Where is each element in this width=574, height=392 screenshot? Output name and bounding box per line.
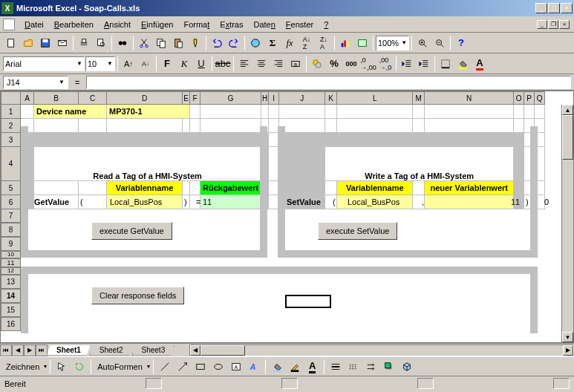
cell-e6[interactable]	[183, 195, 190, 209]
cell-i3[interactable]	[269, 133, 279, 147]
col-header-p[interactable]: P	[524, 92, 535, 105]
cell-a5[interactable]	[21, 181, 34, 195]
col-header-c[interactable]: C	[79, 92, 107, 105]
cell-j2[interactable]	[279, 119, 325, 133]
menu-help[interactable]: ?	[319, 19, 333, 30]
cell-return-hdr[interactable]: Rückgabewert	[200, 181, 261, 195]
cell-varname-hdr-write[interactable]: Variablenname	[337, 181, 413, 195]
cell-write-title[interactable]: Write a Tag of a HMI-System	[325, 147, 514, 181]
cell-o1[interactable]	[514, 105, 524, 119]
align-right-button[interactable]	[270, 56, 287, 72]
getvalue-label[interactable]: GetValue	[34, 197, 69, 206]
cell-varname-hdr-read[interactable]: Variablenname	[107, 181, 183, 195]
cell-j4-border[interactable]	[279, 147, 325, 181]
cell-newval-hdr[interactable]: neuer Variablenwert	[425, 181, 514, 195]
save-button[interactable]	[37, 35, 53, 51]
select-objects-button[interactable]	[53, 359, 70, 375]
decrease-decimal-button[interactable]: ,00→,0	[377, 56, 394, 72]
select-all-corner[interactable]	[1, 92, 21, 105]
cell-a3[interactable]	[21, 133, 269, 147]
cell-o4[interactable]	[514, 147, 524, 181]
dash-style-button[interactable]	[345, 359, 362, 375]
rectangle-button[interactable]	[192, 359, 209, 375]
cell-b5[interactable]	[34, 181, 79, 195]
fill-color-draw-button[interactable]	[269, 359, 285, 375]
percent-button[interactable]: %	[326, 56, 342, 72]
col-header-i[interactable]: I	[269, 92, 279, 105]
mdi-minimize-button[interactable]: _	[537, 20, 547, 29]
row-header-10[interactable]: 10	[1, 251, 21, 258]
cell-i2[interactable]	[269, 119, 279, 133]
cell-k6[interactable]	[325, 195, 337, 209]
scroll-up-button[interactable]: ▲	[562, 105, 573, 115]
textbox-button[interactable]: A	[228, 359, 244, 375]
row-header-9[interactable]: 9	[1, 237, 21, 251]
line-color-button[interactable]	[287, 359, 303, 375]
new-button[interactable]	[3, 35, 19, 51]
arrow-style-button[interactable]	[363, 359, 379, 375]
help-button[interactable]: ?	[453, 35, 469, 51]
map-button[interactable]	[354, 35, 371, 51]
decrease-indent-button[interactable]	[399, 56, 415, 72]
row-header-14[interactable]: 14	[1, 289, 21, 303]
cell-p1[interactable]	[524, 105, 535, 119]
cell-m1[interactable]	[413, 105, 425, 119]
cell-a1[interactable]	[21, 105, 34, 119]
cell-c5[interactable]	[79, 181, 107, 195]
print-button[interactable]	[76, 35, 92, 51]
mdi-restore-button[interactable]: ❐	[548, 20, 558, 29]
minimize-button[interactable]: _	[535, 3, 547, 13]
cell-o5[interactable]	[514, 181, 524, 195]
cell-c6[interactable]	[79, 195, 107, 209]
format-painter-button[interactable]	[187, 35, 203, 51]
hyperlink-button[interactable]	[247, 35, 264, 51]
undo-button[interactable]	[209, 35, 225, 51]
row-header-6[interactable]: 6	[1, 195, 21, 209]
cell-q2[interactable]	[535, 119, 545, 133]
find-button[interactable]	[114, 35, 131, 51]
line-button[interactable]	[157, 359, 173, 375]
function-button[interactable]: fx	[281, 35, 298, 51]
col-header-d[interactable]: D	[107, 92, 183, 105]
align-left-button[interactable]	[236, 56, 252, 72]
cell-p5[interactable]	[524, 181, 535, 195]
maximize-button[interactable]: □	[548, 3, 560, 13]
italic-button[interactable]: K	[176, 56, 192, 72]
fill-color-button[interactable]	[454, 56, 471, 72]
cell-p3[interactable]	[524, 133, 535, 147]
cell-h5[interactable]	[261, 181, 269, 195]
horizontal-scrollbar[interactable]: ◀ ▶	[189, 344, 574, 356]
mdi-close-button[interactable]: ×	[559, 20, 570, 29]
cell-o2[interactable]	[514, 119, 524, 133]
sheet-tab-1[interactable]: Sheet1	[47, 345, 91, 356]
row-header-2[interactable]: 2	[1, 119, 21, 133]
formula-input[interactable]	[86, 76, 571, 89]
cell-q1[interactable]	[535, 105, 545, 119]
row-header-7[interactable]: 7	[1, 209, 21, 223]
cell-a2[interactable]	[21, 119, 34, 133]
cell-k2[interactable]	[325, 119, 337, 133]
3d-button[interactable]	[399, 359, 415, 375]
increase-font-button[interactable]: A↑	[120, 56, 137, 72]
zoom-combo[interactable]: 100%▼	[376, 36, 409, 50]
oval-button[interactable]	[210, 359, 226, 375]
row-header-1[interactable]: 1	[1, 105, 21, 119]
col-header-m[interactable]: M	[413, 92, 425, 105]
preview-button[interactable]	[93, 35, 109, 51]
cell-q3[interactable]	[535, 133, 545, 147]
scroll-down-button[interactable]: ▼	[562, 332, 573, 342]
rotate-button[interactable]	[71, 359, 88, 375]
cell-k5[interactable]	[325, 181, 337, 195]
paste-button[interactable]	[170, 35, 186, 51]
cell-h6[interactable]	[261, 195, 269, 209]
clear-response-button[interactable]: Clear response fields	[91, 287, 184, 304]
cell-f2[interactable]	[190, 119, 200, 133]
open-button[interactable]	[20, 35, 36, 51]
cell-f6[interactable]	[190, 195, 200, 209]
cell-i5[interactable]	[269, 181, 279, 195]
cell-k1[interactable]	[325, 105, 337, 119]
cell-d1[interactable]: MP370-1	[107, 105, 190, 119]
col-header-a[interactable]: A	[21, 92, 34, 105]
cell-l2[interactable]	[337, 119, 413, 133]
cell-a4[interactable]	[21, 147, 34, 181]
